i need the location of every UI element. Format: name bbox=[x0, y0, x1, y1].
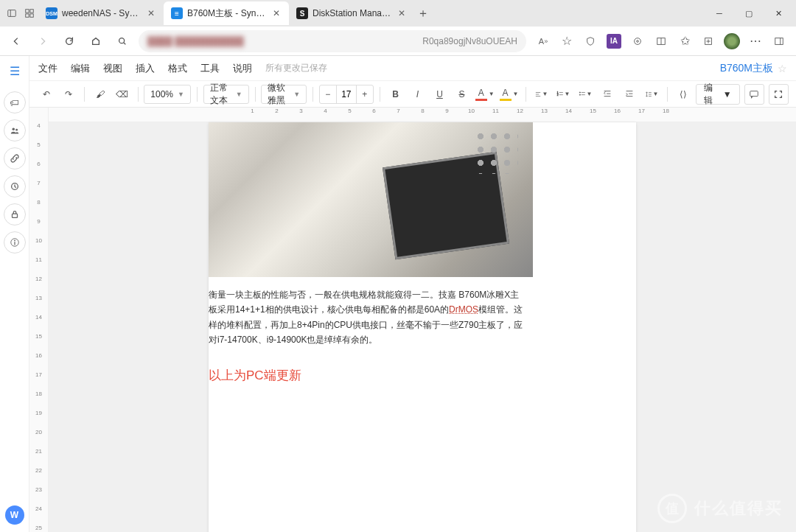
font-size-input[interactable] bbox=[336, 85, 357, 103]
line-spacing-button[interactable]: ▼ bbox=[642, 85, 661, 104]
refresh-button[interactable] bbox=[59, 31, 80, 52]
document-heading-red: 以上为PC端更新 bbox=[209, 348, 533, 384]
more-icon[interactable]: ⋯ bbox=[744, 30, 767, 52]
svg-rect-12 bbox=[775, 38, 783, 44]
style-select[interactable]: 正常文本▼ bbox=[203, 85, 249, 104]
page: 衡量一块主板的性能与否，一般在供电规格就能窥得一二。技嘉 B760M冰雕X主板采… bbox=[209, 122, 636, 532]
tab-title: B760M主板 - Synology Office 文 bbox=[187, 7, 267, 20]
left-rail: ☰ 🏷 W bbox=[0, 56, 29, 532]
strike-button[interactable]: S bbox=[452, 85, 471, 104]
user-avatar[interactable]: W bbox=[5, 505, 24, 525]
split-icon[interactable] bbox=[768, 30, 790, 52]
clear-format-button[interactable]: ⌫ bbox=[113, 85, 132, 104]
close-window-button[interactable]: ✕ bbox=[764, 1, 793, 25]
shield-icon[interactable] bbox=[579, 30, 601, 52]
drmos-link[interactable]: DrMOS bbox=[449, 304, 478, 315]
bullet-list-button[interactable]: ▼ bbox=[576, 85, 595, 104]
home-button[interactable] bbox=[85, 31, 106, 52]
indent-button[interactable] bbox=[620, 85, 639, 104]
comments-button[interactable] bbox=[744, 84, 764, 105]
more-tools-button[interactable]: ⟨⟩ bbox=[674, 85, 693, 104]
svg-rect-0 bbox=[8, 10, 16, 17]
highlight-button[interactable]: A▼ bbox=[498, 85, 520, 104]
edit-mode-select[interactable]: 编辑▼ bbox=[696, 84, 740, 105]
lock-icon[interactable] bbox=[4, 203, 26, 225]
workspace-icon[interactable] bbox=[21, 4, 38, 22]
svg-rect-41 bbox=[750, 91, 758, 96]
menu-format[interactable]: 格式 bbox=[168, 62, 187, 75]
new-tab-button[interactable]: ＋ bbox=[414, 4, 432, 22]
text-color-button[interactable]: A▼ bbox=[474, 85, 495, 104]
watermark-text: 什么值得买 bbox=[694, 497, 783, 519]
zoom-select[interactable]: 100%▼ bbox=[144, 85, 191, 104]
favorites-bar-icon[interactable]: ✩ bbox=[674, 30, 696, 52]
redo-button[interactable]: ↷ bbox=[59, 85, 78, 104]
underline-button[interactable]: U bbox=[430, 85, 449, 104]
svg-rect-17 bbox=[12, 214, 17, 217]
tab-title: weedenNAS - Synology NAS bbox=[62, 8, 142, 18]
star-icon[interactable]: ☆ bbox=[778, 63, 787, 74]
browser-tab-1[interactable]: ≡ B760M主板 - Synology Office 文 ✕ bbox=[164, 1, 289, 25]
svg-rect-3 bbox=[30, 10, 33, 13]
browser-tab-2[interactable]: S DiskStation Manager 7.2 | 群晖 ✕ bbox=[289, 1, 414, 25]
profile-avatar[interactable] bbox=[721, 30, 743, 52]
hamburger-icon[interactable]: ☰ bbox=[4, 60, 25, 81]
extensions-icon[interactable] bbox=[626, 30, 649, 52]
browser-nav-bar: ████ ███████████ R0qa89ogjNv8uOUEAH A» ☆… bbox=[0, 27, 796, 56]
url-visible: R0qa89ogjNv8uOUEAH bbox=[422, 36, 517, 46]
svg-point-15 bbox=[15, 129, 18, 131]
url-bar[interactable]: ████ ███████████ R0qa89ogjNv8uOUEAH bbox=[139, 30, 526, 52]
document-image bbox=[209, 122, 533, 277]
align-button[interactable]: ▼ bbox=[531, 85, 551, 104]
favorite-icon[interactable]: ☆ bbox=[556, 30, 578, 52]
menu-file[interactable]: 文件 bbox=[38, 62, 57, 75]
font-size-stepper[interactable]: − + bbox=[319, 85, 374, 104]
reader-icon[interactable]: A» bbox=[532, 30, 554, 52]
browser-tab-0[interactable]: DSM weedenNAS - Synology NAS ✕ bbox=[38, 1, 164, 25]
horizontal-ruler: 123456789101112131415161718 bbox=[49, 108, 796, 122]
close-icon[interactable]: ✕ bbox=[271, 8, 282, 18]
close-icon[interactable]: ✕ bbox=[397, 8, 407, 18]
font-select[interactable]: 微软雅黑▼ bbox=[261, 85, 307, 104]
tag-icon[interactable]: 🏷 bbox=[4, 91, 26, 113]
decrease-font-button[interactable]: − bbox=[320, 89, 336, 99]
outdent-button[interactable] bbox=[598, 85, 617, 104]
close-icon[interactable]: ✕ bbox=[146, 8, 156, 18]
save-status: 所有更改已保存 bbox=[265, 62, 327, 74]
bold-button[interactable]: B bbox=[385, 85, 405, 104]
maximize-button[interactable]: ▢ bbox=[734, 1, 764, 25]
paint-format-button[interactable]: 🖌 bbox=[91, 85, 110, 104]
menu-tools[interactable]: 工具 bbox=[200, 62, 220, 75]
menu-edit[interactable]: 编辑 bbox=[71, 62, 90, 75]
back-button[interactable] bbox=[6, 31, 27, 52]
panel-icon[interactable] bbox=[3, 4, 21, 22]
people-icon[interactable] bbox=[4, 119, 26, 141]
increase-font-button[interactable]: + bbox=[357, 89, 373, 99]
info-icon[interactable] bbox=[4, 231, 26, 253]
numbered-list-button[interactable]: 12▼ bbox=[554, 85, 573, 104]
toolbar: ↶ ↷ 🖌 ⌫ 100%▼ 正常文本▼ 微软雅黑▼ − + B bbox=[29, 81, 796, 108]
ia-badge-icon[interactable]: IA bbox=[603, 30, 625, 52]
fullscreen-button[interactable] bbox=[769, 84, 789, 105]
link-icon[interactable] bbox=[4, 147, 26, 169]
forward-button[interactable] bbox=[32, 31, 53, 52]
undo-button[interactable]: ↶ bbox=[37, 85, 56, 104]
search-button[interactable] bbox=[112, 31, 133, 52]
history-icon[interactable] bbox=[4, 175, 26, 197]
svg-rect-4 bbox=[26, 14, 29, 17]
svg-point-7 bbox=[635, 38, 641, 44]
menu-help[interactable]: 说明 bbox=[233, 62, 252, 75]
document-area[interactable]: 123456789101112131415161718 衡量一块主板的性能与否，… bbox=[49, 108, 796, 532]
minimize-button[interactable]: ─ bbox=[705, 1, 734, 25]
favicon-icon: ≡ bbox=[171, 7, 183, 19]
italic-button[interactable]: I bbox=[408, 85, 427, 104]
menu-insert[interactable]: 插入 bbox=[136, 62, 155, 75]
doc-title[interactable]: B760M主板 ☆ bbox=[720, 62, 787, 75]
svg-text:2: 2 bbox=[557, 93, 559, 96]
collections-icon[interactable] bbox=[697, 30, 719, 52]
menu-view[interactable]: 视图 bbox=[103, 62, 122, 75]
favicon-icon: DSM bbox=[46, 7, 57, 19]
sidebar-icon[interactable] bbox=[650, 30, 672, 52]
svg-point-8 bbox=[637, 40, 639, 42]
favicon-icon: S bbox=[296, 7, 308, 19]
